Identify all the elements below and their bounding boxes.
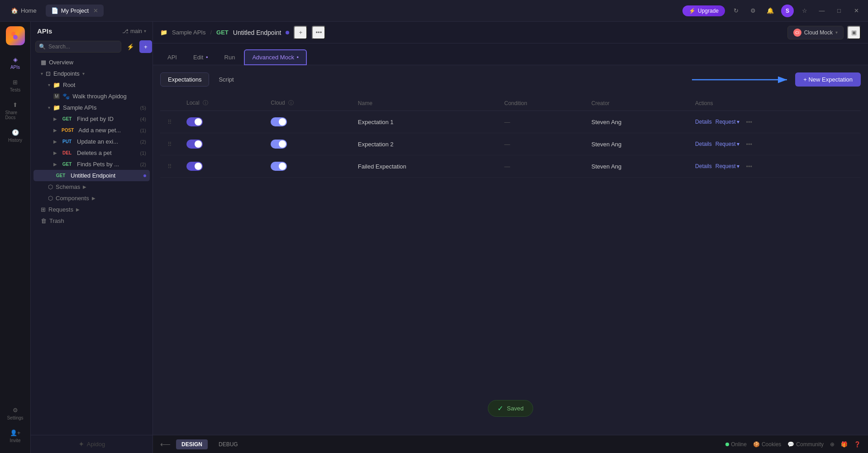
branch-selector[interactable]: ⎇ main ▾: [122, 28, 146, 34]
cloud-toggle-track-1[interactable]: [271, 140, 287, 149]
online-dot: [725, 443, 729, 446]
requests-item[interactable]: ⊞ Requests ▶: [33, 204, 150, 215]
request-dropdown-2[interactable]: Request ▾: [715, 163, 740, 169]
search-icon: 🔍: [39, 43, 46, 50]
home-tab[interactable]: 🏠 Home: [5, 5, 42, 17]
layout-toggle-button[interactable]: ▣: [847, 26, 861, 39]
cloud-toggle-track-0[interactable]: [271, 117, 287, 126]
expectation-name: Expectation 2: [351, 133, 497, 155]
components-chevron-icon: ▶: [92, 196, 95, 201]
endpoint-2-item[interactable]: ▶ PUT Update an exi... (2): [33, 136, 150, 147]
help-icon[interactable]: ❓: [854, 441, 861, 448]
cookies-button[interactable]: 🍪 Cookies: [753, 441, 781, 448]
trash-item[interactable]: 🗑 Trash: [33, 215, 150, 226]
community-button[interactable]: 💬 Community: [787, 441, 824, 448]
local-toggle-track-2[interactable]: [186, 162, 203, 171]
cloud-toggle-2[interactable]: [263, 155, 351, 178]
sidebar-content: ▦ Overview ▾ ⊡ Endpoints ▾ ▾ 📁 Root M 🐾 …: [31, 57, 153, 435]
more-actions-0[interactable]: •••: [743, 118, 755, 126]
details-link-2[interactable]: Details: [695, 163, 712, 169]
sidebar-item-tests[interactable]: ⊞ Tests: [4, 75, 27, 96]
gift-icon[interactable]: 🎁: [841, 441, 848, 448]
close-tab-button[interactable]: ✕: [93, 7, 98, 14]
root-chevron-icon: ▾: [48, 82, 50, 87]
add-endpoint-button[interactable]: +: [294, 26, 307, 39]
endpoint-1-method: POST: [60, 127, 76, 133]
apis-label: APIs: [10, 65, 20, 70]
table-row: ⠿Expectation 1—Steven Ang Details Reques…: [160, 111, 861, 133]
settings-icon[interactable]: ⚙: [747, 5, 759, 17]
debug-button[interactable]: DEBUG: [213, 439, 243, 449]
design-button[interactable]: DESIGN: [176, 439, 208, 449]
endpoint-4-item[interactable]: ▶ GET Finds Pets by ... (2): [33, 159, 150, 170]
drag-handle[interactable]: ⠿: [160, 155, 179, 178]
sample-chevron-icon: ▾: [48, 105, 50, 110]
sidebar-footer-label: Apidog: [87, 441, 105, 448]
upgrade-button[interactable]: ⚡ Upgrade: [682, 5, 725, 16]
local-toggle-2[interactable]: [179, 155, 263, 178]
drag-handle[interactable]: ⠿: [160, 111, 179, 133]
tab-script[interactable]: Script: [211, 72, 241, 87]
cloud-toggle-0[interactable]: [263, 111, 351, 133]
root-item[interactable]: ▾ 📁 Root: [33, 79, 150, 91]
cloud-toggle-track-2[interactable]: [271, 162, 287, 171]
sidebar-item-history[interactable]: 🕐 History: [4, 125, 27, 146]
endpoint-5-item[interactable]: GET Untitled Endpoint: [33, 170, 150, 181]
project-tab[interactable]: 📄 My Project ✕: [46, 5, 104, 17]
details-link-0[interactable]: Details: [695, 119, 712, 125]
filter-button[interactable]: ⚡: [124, 40, 137, 53]
sidebar-title: APIs: [37, 27, 52, 35]
endpoint-3-item[interactable]: ▶ DEL Deletes a pet (1): [33, 147, 150, 159]
tab-run[interactable]: Run: [217, 50, 243, 65]
drag-handle[interactable]: ⠿: [160, 133, 179, 155]
overview-item[interactable]: ▦ Overview: [33, 57, 150, 68]
tab-expectations[interactable]: Expectations: [160, 72, 209, 87]
endpoint-0-item[interactable]: ▶ GET Find pet by ID (4): [33, 113, 150, 125]
endpoint-1-chevron: ▶: [53, 128, 57, 133]
cloud-mock-button[interactable]: CI Cloud Mock ▾: [787, 26, 844, 39]
left-sidebar: APIs ⎇ main ▾ 🔍 ⚡ + ▦ Overview ▾: [31, 22, 153, 453]
close-window-icon[interactable]: ✕: [850, 5, 863, 17]
walk-through-item[interactable]: M 🐾 Walk through Apidog: [33, 91, 150, 102]
search-input[interactable]: [35, 41, 121, 53]
request-dropdown-1[interactable]: Request ▾: [715, 141, 740, 147]
star-icon[interactable]: ☆: [798, 5, 811, 17]
svg-point-2: [13, 35, 18, 39]
sidebar-item-invite[interactable]: 👤+ Invite: [4, 426, 27, 447]
details-link-1[interactable]: Details: [695, 141, 712, 147]
bell-icon[interactable]: 🔔: [764, 5, 777, 17]
refresh-icon[interactable]: ↻: [730, 5, 742, 17]
local-toggle-0[interactable]: [179, 111, 263, 133]
endpoints-item[interactable]: ▾ ⊡ Endpoints ▾: [33, 68, 150, 79]
table-row: ⠿Failed Expectation—Steven Ang Details R…: [160, 155, 861, 178]
online-status[interactable]: Online: [725, 441, 747, 448]
add-button[interactable]: +: [139, 40, 152, 53]
local-toggle-track-0[interactable]: [186, 117, 203, 126]
components-item[interactable]: ⬡ Components ▶: [33, 193, 150, 204]
topbar-actions: CI Cloud Mock ▾ ▣: [787, 26, 861, 39]
new-expectation-button[interactable]: + New Expectation: [795, 72, 861, 87]
more-actions-1[interactable]: •••: [743, 140, 755, 149]
tab-advanced-mock[interactable]: Advanced Mock •: [244, 49, 307, 65]
local-toggle-1[interactable]: [179, 133, 263, 155]
cloud-toggle-1[interactable]: [263, 133, 351, 155]
add-bottombar-button[interactable]: ⊕: [830, 441, 835, 448]
sample-apis-item[interactable]: ▾ 📁 Sample APIs (5): [33, 102, 150, 113]
avatar[interactable]: S: [781, 5, 794, 17]
minimize-icon[interactable]: —: [816, 5, 828, 17]
sidebar-item-share-docs[interactable]: ⬆ Share Docs: [4, 98, 27, 124]
requests-label: Requests: [48, 206, 73, 213]
maximize-icon[interactable]: □: [833, 5, 845, 17]
schemas-item[interactable]: ⬡ Schemas ▶: [33, 181, 150, 193]
more-options-button[interactable]: •••: [312, 26, 325, 39]
tab-edit[interactable]: Edit •: [186, 50, 215, 65]
sidebar-item-apis[interactable]: ◈ APIs: [4, 53, 27, 73]
more-actions-2[interactable]: •••: [743, 162, 755, 171]
tab-api[interactable]: API: [160, 50, 184, 65]
back-button[interactable]: ⟵: [160, 440, 171, 448]
sidebar-item-settings[interactable]: ⚙ Settings: [4, 403, 27, 424]
request-dropdown-0[interactable]: Request ▾: [715, 119, 740, 125]
table-header-row: Local ⓘ Cloud ⓘ Name Condition: [160, 96, 861, 111]
endpoint-1-item[interactable]: ▶ POST Add a new pet... (1): [33, 125, 150, 136]
local-toggle-track-1[interactable]: [186, 140, 203, 149]
